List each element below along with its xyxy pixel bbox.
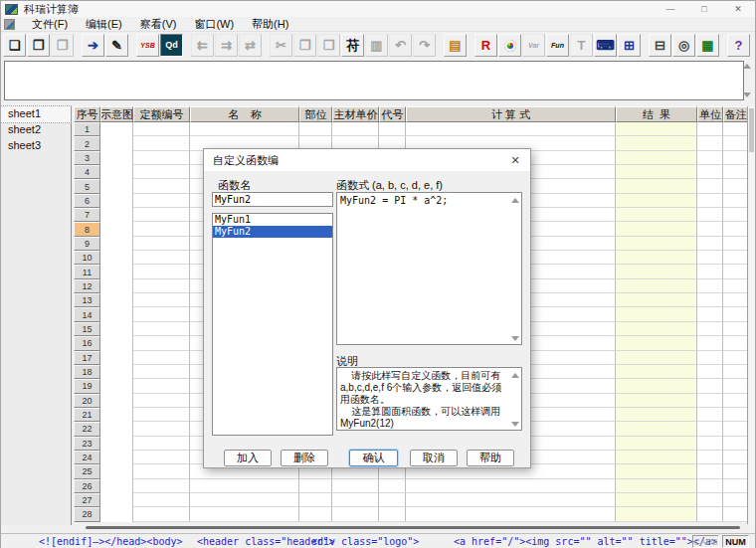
table-cell[interactable] <box>697 307 723 321</box>
table-cell[interactable] <box>100 336 133 350</box>
table-cell[interactable] <box>616 394 697 408</box>
column-header-3[interactable]: 名 称 <box>190 106 299 122</box>
table-cell[interactable] <box>723 165 749 179</box>
table-cell[interactable] <box>723 479 749 493</box>
table-cell[interactable] <box>616 122 697 136</box>
table-cell[interactable] <box>133 365 190 379</box>
table-cell[interactable] <box>616 222 697 236</box>
table-cell[interactable] <box>697 237 723 251</box>
table-cell[interactable] <box>697 194 723 208</box>
table-cell[interactable] <box>133 165 190 179</box>
menu-help[interactable]: 帮助(H) <box>243 17 297 32</box>
table-cell[interactable] <box>697 408 723 422</box>
table-cell[interactable] <box>723 151 749 165</box>
table-cell[interactable] <box>616 307 697 321</box>
table-cell[interactable] <box>100 493 133 507</box>
table-cell[interactable] <box>133 437 190 451</box>
table-cell[interactable] <box>332 507 379 521</box>
formula-scroll-up-icon[interactable] <box>743 64 751 69</box>
table-cell[interactable] <box>379 479 406 493</box>
help-button[interactable]: ? <box>727 34 750 57</box>
table-cell[interactable] <box>723 507 749 521</box>
table-cell[interactable] <box>100 451 133 464</box>
table-cell[interactable] <box>723 365 749 379</box>
stamp-button[interactable]: ▥ <box>365 34 388 57</box>
table-cell[interactable] <box>616 251 697 265</box>
table-cell[interactable] <box>697 479 723 493</box>
variables-button[interactable]: Var <box>522 34 545 57</box>
qd-button[interactable]: Qd <box>160 34 183 57</box>
table-cell[interactable] <box>723 222 749 236</box>
open-file-button[interactable]: ❐ <box>27 34 50 57</box>
char-fu-button[interactable]: 苻 <box>341 34 364 57</box>
table-cell[interactable] <box>100 151 133 165</box>
row-number-cell[interactable]: 23 <box>74 437 100 451</box>
paste-button[interactable]: ❒ <box>317 34 340 57</box>
table-cell[interactable] <box>697 122 723 136</box>
table-cell[interactable] <box>406 493 616 507</box>
row-number-cell[interactable]: 17 <box>74 351 100 365</box>
row-number-cell[interactable]: 13 <box>74 293 100 307</box>
table-cell[interactable] <box>723 437 749 451</box>
table-cell[interactable] <box>723 379 749 393</box>
table-cell[interactable] <box>616 464 697 478</box>
table-cell[interactable] <box>697 493 723 507</box>
row-number-cell[interactable]: 7 <box>74 208 100 222</box>
close-button[interactable]: ✕ <box>721 1 755 17</box>
table-cell[interactable] <box>100 265 133 278</box>
copy-button[interactable]: ❐ <box>293 34 316 57</box>
properties-button[interactable]: ▤ <box>444 34 467 57</box>
table-cell[interactable] <box>723 408 749 422</box>
row-number-cell[interactable]: 24 <box>74 451 100 464</box>
minimize-button[interactable]: — <box>654 1 687 17</box>
table-cell[interactable] <box>100 408 133 422</box>
table-cell[interactable] <box>616 136 697 150</box>
table-cell[interactable] <box>190 479 299 493</box>
table-cell[interactable] <box>100 136 133 150</box>
menu-view[interactable]: 察看(V) <box>131 17 186 32</box>
ysb-button[interactable]: YSB <box>136 34 159 57</box>
table-cell[interactable] <box>100 222 133 236</box>
table-cell[interactable] <box>723 208 749 222</box>
sheet-tab-sheet2[interactable]: sheet2 <box>1 122 71 138</box>
refresh-button[interactable] <box>498 34 521 57</box>
horizontal-scroll-thumb[interactable] <box>86 526 740 529</box>
print-button[interactable]: ⊟ <box>649 34 671 57</box>
table-cell[interactable] <box>100 464 133 478</box>
table-cell[interactable] <box>697 351 723 365</box>
row-number-cell[interactable]: 19 <box>74 379 100 393</box>
row-number-cell[interactable]: 8 <box>74 222 100 236</box>
table-cell[interactable] <box>299 122 332 136</box>
row-number-cell[interactable]: 22 <box>74 422 100 436</box>
table-cell[interactable] <box>299 507 332 521</box>
table-cell[interactable] <box>406 507 616 521</box>
row-number-cell[interactable]: 28 <box>74 507 100 521</box>
dialog-title-bar[interactable]: 自定义函数编 <box>204 149 530 171</box>
row-number-cell[interactable]: 20 <box>74 394 100 408</box>
table-cell[interactable] <box>616 493 697 507</box>
table-cell[interactable] <box>723 122 749 136</box>
table-cell[interactable] <box>697 279 723 293</box>
table-cell[interactable] <box>100 179 133 193</box>
functions-button[interactable]: Fun <box>546 34 569 57</box>
table-cell[interactable] <box>723 251 749 265</box>
table-cell[interactable] <box>723 279 749 293</box>
maximize-button[interactable]: □ <box>687 1 721 17</box>
table-cell[interactable] <box>697 394 723 408</box>
table-cell[interactable] <box>616 422 697 436</box>
table-cell[interactable] <box>697 379 723 393</box>
formula-input[interactable] <box>5 62 743 99</box>
table-cell[interactable] <box>723 493 749 507</box>
row-number-cell[interactable]: 1 <box>74 122 100 136</box>
table-cell[interactable] <box>190 507 299 521</box>
table-cell[interactable] <box>697 422 723 436</box>
edit-sheet-button[interactable]: ✎ <box>105 34 128 57</box>
new-sheet-button[interactable]: ❏ <box>3 34 26 57</box>
add-button[interactable]: 加入 <box>224 450 272 466</box>
text-tool-button[interactable]: T <box>570 34 593 57</box>
description-scroll-down-icon[interactable] <box>511 422 519 427</box>
cut-button[interactable]: ✂ <box>270 34 292 57</box>
table-cell[interactable] <box>133 322 190 336</box>
table-cell[interactable] <box>697 464 723 478</box>
dialog-close-icon[interactable]: ✕ <box>500 149 530 171</box>
